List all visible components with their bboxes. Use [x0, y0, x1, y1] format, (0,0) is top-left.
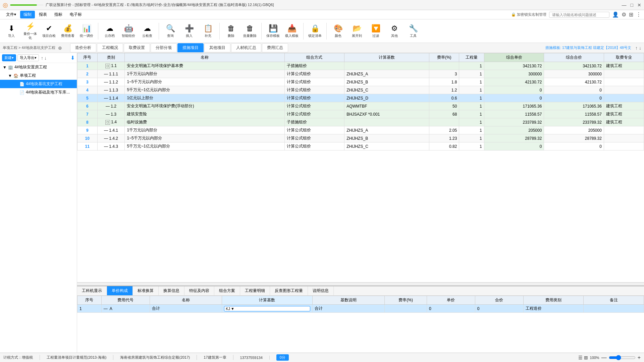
- tool-filter[interactable]: 🔽 过滤: [367, 21, 384, 41]
- tool-expand[interactable]: 📂 展开到: [348, 21, 366, 41]
- tool-query[interactable]: 🔍 查询: [162, 21, 179, 41]
- tool-other[interactable]: ⚙ 其他: [386, 21, 403, 41]
- sidebar-up[interactable]: ↑: [41, 55, 43, 61]
- tool-import[interactable]: ⬇ 导入: [3, 21, 20, 41]
- import-export-btn[interactable]: 导入导出▾: [17, 54, 39, 61]
- tree-item-single[interactable]: ▼ 🏠 单项工程: [0, 71, 77, 80]
- tool-load-template[interactable]: 📥 载入模板: [283, 21, 301, 41]
- settings-icon[interactable]: ⚙: [622, 11, 626, 18]
- table-row[interactable]: 9 — 1.4.1 1千万元以内部分 计算公式组价 ZHIJHZS_A 2.05…: [77, 126, 644, 134]
- table-row[interactable]: 7 — 1.3 建筑安责险 计算公式组价 BHJSAZXF *0.001 68 …: [77, 110, 644, 118]
- tab-fee-summary[interactable]: 费用汇总: [262, 43, 288, 52]
- new-btn[interactable]: 新建▾: [2, 54, 16, 61]
- tool-tools[interactable]: 🔧 工具: [405, 21, 422, 41]
- menu-index[interactable]: 指标: [51, 11, 66, 18]
- bottom-tab-standard[interactable]: 标准换算: [133, 286, 159, 295]
- tab-measures[interactable]: 措施项目: [177, 43, 204, 52]
- row-unit-price: 300000: [484, 70, 544, 78]
- tool-supplement[interactable]: 📋 补充: [199, 21, 217, 41]
- tool-cost-view[interactable]: 💰 费用查看: [59, 21, 76, 41]
- menu-edit[interactable]: 编制: [20, 11, 35, 18]
- bottom-tab-unit-price[interactable]: 单价构成: [107, 286, 133, 295]
- more-icon[interactable]: ⋮: [636, 11, 641, 18]
- nav-up[interactable]: ↑: [635, 45, 638, 51]
- row-fee-type: [604, 126, 644, 134]
- timer-btn[interactable]: 0分: [276, 354, 289, 361]
- table-row[interactable]: 6 — 1.2 安全文明施工与环境保护费(浮动部分) 计算公式组价 AQWMTB…: [77, 102, 644, 110]
- tab-other-items[interactable]: 其他项目: [204, 43, 230, 52]
- table-row[interactable]: 8 □ 1.4 临时设施费 子措施组价 1 233789.32 233789.3…: [77, 118, 644, 126]
- row-fee-type: 建筑工程: [604, 62, 644, 70]
- tree-item-project[interactable]: ▼ 🏢 4#地块安置房工程: [0, 63, 77, 71]
- table-row[interactable]: 3 — 1.1.2 1~5千万元以内部分 计算公式组价 ZHIJHZS_B 1.…: [77, 78, 644, 86]
- minimize-btn[interactable]: —: [622, 2, 627, 8]
- table-row[interactable]: 2 — 1.1.1 1千万元以内部分 计算公式组价 ZHIJHZS_A 3 1 …: [77, 70, 644, 78]
- scroll-indicator[interactable]: [77, 282, 644, 286]
- table-row[interactable]: 1 □ 1.1 安全文明施工与环境保护基本费 子措施组价 1 342130.72…: [77, 62, 644, 70]
- tool-price-integration[interactable]: ⚡ 量价一体化: [21, 21, 39, 41]
- bottom-row-base-desc: 合计: [312, 305, 385, 313]
- bottom-table-row[interactable]: 1 — A 合计 KJ ▼ 合计 0: [77, 305, 644, 313]
- tool-save-template[interactable]: 💾 保存模板: [264, 21, 282, 41]
- table-row[interactable]: 10 — 1.4.2 1~5千万元以内部分 计算公式组价 ZHIJHZS_B 1…: [77, 134, 644, 142]
- expand-btn[interactable]: □: [105, 64, 110, 68]
- no-expand: —: [104, 96, 108, 101]
- tool-delete[interactable]: 🗑 删除: [222, 21, 240, 41]
- user-icon[interactable]: 👤: [612, 11, 619, 18]
- tool-cloud-check[interactable]: ☁ 云检查: [139, 21, 156, 41]
- tool-cloud-archive[interactable]: ☁ 云存档: [101, 21, 118, 41]
- menu-report[interactable]: 报表: [36, 11, 50, 18]
- calc-base-dropdown[interactable]: KJ ▼: [224, 306, 310, 311]
- view-list[interactable]: ☰: [578, 355, 583, 360]
- row-seq: — 1.4.2: [97, 134, 125, 142]
- bottom-tab-drawing-check[interactable]: 反查图形工程量: [270, 286, 308, 295]
- tool-smart-price[interactable]: 🤖 智能组价: [120, 21, 137, 41]
- tab-cost-analysis[interactable]: 造价分析: [70, 43, 96, 52]
- tab-sections[interactable]: 分部分项: [151, 43, 177, 52]
- table-row[interactable]: 5 — 1.1.4 1亿元以上部分 计算公式组价 ZHIJHZS_D 0.6 1…: [77, 94, 644, 102]
- expand-btn[interactable]: □: [105, 120, 110, 125]
- view-grid[interactable]: ⊞: [584, 355, 588, 360]
- zoom-plus[interactable]: +: [638, 355, 641, 361]
- sidebar-down[interactable]: ↓: [44, 55, 47, 61]
- maximize-btn[interactable]: □: [631, 2, 633, 8]
- close-btn[interactable]: ✕: [637, 2, 641, 8]
- grid-icon[interactable]: ⊞: [629, 11, 633, 18]
- tool-color[interactable]: 🎨 颜色: [329, 21, 347, 41]
- row-fee-type: 建筑工程: [604, 102, 644, 110]
- tool-insert[interactable]: ➕ 插入: [180, 21, 198, 41]
- row-num: 11: [77, 142, 98, 150]
- menu-electronic[interactable]: 电子标: [66, 11, 85, 18]
- search-input[interactable]: [549, 12, 609, 18]
- bottom-tab-combo-scheme[interactable]: 组合方案: [214, 286, 240, 295]
- main-table-body: 1 □ 1.1 安全文明施工与环境保护基本费 子措施组价 1 342130.72…: [77, 62, 644, 150]
- bottom-tab-conversion[interactable]: 换算信息: [159, 286, 184, 295]
- bottom-tab-labor[interactable]: 工科机显示: [77, 286, 107, 295]
- bottom-tab-description[interactable]: 说明信息: [308, 286, 334, 295]
- table-row[interactable]: 11 — 1.4.3 5千万元~1亿元以内部分 计算公式组价 ZHIJHZS_C…: [77, 142, 644, 150]
- tree-item-basement[interactable]: 📄 4#地块基础及地下车库...: [0, 88, 77, 97]
- bottom-header-row: 序号 费用代号 名称 计算基数 基数说明 费率(%) 单价 合价 费用类别 备注: [77, 296, 644, 305]
- zoom-slider[interactable]: [609, 355, 636, 360]
- bottom-tab-qty-detail[interactable]: 工程量明细: [240, 286, 270, 295]
- tab-labor-material[interactable]: 人材机汇总: [231, 43, 261, 52]
- tool-self-check[interactable]: ✔ 项目自检: [40, 21, 58, 41]
- tool-unified-price[interactable]: 📊 统一调价: [78, 21, 95, 41]
- sidebar-download[interactable]: ⬇: [70, 55, 75, 61]
- tab-project-overview[interactable]: 工程概况: [97, 43, 123, 52]
- table-row[interactable]: 4 — 1.1.3 5千万元~1亿元以内部分 计算公式组价 ZHIJHZS_C …: [77, 86, 644, 94]
- color-icon: 🎨: [334, 24, 343, 33]
- nav-down[interactable]: ↓: [639, 45, 641, 51]
- tree-item-foundation[interactable]: 📄 4#地块基坑支护工程: [0, 80, 77, 88]
- tool-batch-delete[interactable]: 🗑 批量删除: [241, 21, 259, 41]
- row-total-price: 205000: [544, 126, 604, 134]
- lock-management[interactable]: 🔒 加密锁实名制管理: [511, 12, 546, 17]
- tab-fee-settings[interactable]: 取费设置: [124, 43, 150, 52]
- zoom-minus[interactable]: —: [601, 355, 607, 361]
- bottom-row-note: [584, 305, 644, 313]
- breadcrumb-expand[interactable]: ⊕: [58, 45, 62, 51]
- bottom-tab-features[interactable]: 特征及内容: [184, 286, 214, 295]
- menu-file[interactable]: 文件▾: [3, 11, 19, 18]
- bottom-content: 序号 费用代号 名称 计算基数 基数说明 费率(%) 单价 合价 费用类别 备注: [77, 296, 644, 353]
- tool-lock-list[interactable]: 🔒 锁定清单: [306, 21, 324, 41]
